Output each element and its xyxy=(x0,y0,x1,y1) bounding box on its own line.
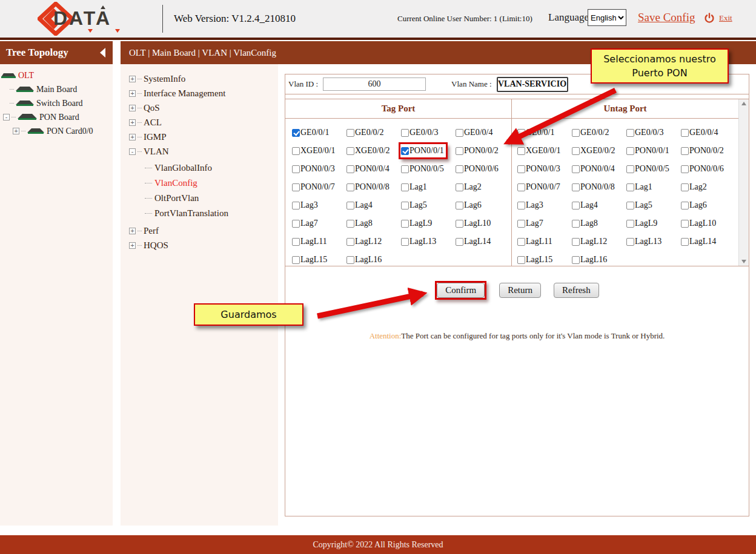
menu-item-qos[interactable]: + QoS xyxy=(121,101,278,115)
tag-port-Lag2[interactable]: Lag2 xyxy=(455,180,483,194)
checkbox[interactable] xyxy=(572,220,580,228)
menu-item-systeminfo[interactable]: + SystemInfo xyxy=(121,71,278,86)
tag-port-LagL16[interactable]: LagL16 xyxy=(346,253,383,266)
menu-item-vlanglobalinfo[interactable]: VlanGlobalInfo xyxy=(121,160,278,176)
tree-item-switch-board[interactable]: Switch Board xyxy=(0,96,113,110)
untag-port-GE0/0/2[interactable]: GE0/0/2 xyxy=(571,126,611,139)
untag-port-XGE0/0/2[interactable]: XGE0/0/2 xyxy=(571,144,617,157)
tag-port-GE0/0/1[interactable]: GE0/0/1 xyxy=(291,126,331,139)
expand-expander-icon[interactable]: + xyxy=(129,90,136,97)
menu-item-acl[interactable]: + ACL xyxy=(121,115,278,130)
checkbox[interactable] xyxy=(456,202,463,209)
collapse-expander-icon[interactable]: - xyxy=(3,114,10,120)
checkbox[interactable] xyxy=(517,183,525,191)
checkbox[interactable] xyxy=(517,147,525,155)
checkbox[interactable] xyxy=(292,183,300,191)
checkbox[interactable] xyxy=(401,238,409,246)
menu-item-vlan[interactable]: - VLAN xyxy=(121,144,278,159)
tree-item-olt[interactable]: OLT xyxy=(0,68,113,82)
checkbox[interactable] xyxy=(346,202,354,209)
collapse-expander-icon[interactable]: - xyxy=(129,148,136,155)
checkbox[interactable] xyxy=(626,165,634,173)
checkbox[interactable] xyxy=(401,202,409,209)
untag-port-PON0/0/7[interactable]: PON0/0/7 xyxy=(517,180,562,194)
menu-item-interface-management[interactable]: + Interface Management xyxy=(121,86,278,101)
checkbox[interactable] xyxy=(346,165,354,173)
expand-expander-icon[interactable]: + xyxy=(129,134,136,140)
menu-item-oltportvlan[interactable]: OltPortVlan xyxy=(121,191,278,206)
untag-port-LagL12[interactable]: LagL12 xyxy=(571,235,609,248)
untag-port-Lag5[interactable]: Lag5 xyxy=(626,199,654,212)
checkbox[interactable] xyxy=(292,202,300,209)
untag-port-LagL14[interactable]: LagL14 xyxy=(680,235,718,248)
checkbox[interactable] xyxy=(681,183,689,191)
checkbox[interactable] xyxy=(517,220,525,228)
checkbox[interactable] xyxy=(681,220,689,228)
untag-port-LagL15[interactable]: LagL15 xyxy=(517,253,554,266)
untag-port-Lag8[interactable]: Lag8 xyxy=(571,217,600,230)
tag-port-GE0/0/4[interactable]: GE0/0/4 xyxy=(455,126,494,139)
checkbox[interactable] xyxy=(517,256,525,264)
checkbox[interactable] xyxy=(292,220,300,228)
checkbox[interactable] xyxy=(626,238,634,246)
checkbox[interactable] xyxy=(517,165,525,173)
untag-port-XGE0/0/1[interactable]: XGE0/0/1 xyxy=(517,144,563,157)
checkbox[interactable] xyxy=(346,256,354,264)
collapse-panel-icon[interactable] xyxy=(100,48,105,58)
checkbox[interactable] xyxy=(456,147,463,155)
tree-item-main-board[interactable]: Main Board xyxy=(0,82,113,96)
untag-port-Lag1[interactable]: Lag1 xyxy=(626,180,654,194)
tag-port-LagL10[interactable]: LagL10 xyxy=(455,217,492,230)
untag-port-PON0/0/2[interactable]: PON0/0/2 xyxy=(680,144,726,157)
checkbox[interactable] xyxy=(292,256,300,264)
tag-port-Lag3[interactable]: Lag3 xyxy=(291,199,320,212)
vlan-id-input[interactable] xyxy=(323,77,426,91)
return-button[interactable]: Return xyxy=(499,283,541,298)
checkbox[interactable] xyxy=(292,238,300,246)
tag-port-GE0/0/3[interactable]: GE0/0/3 xyxy=(400,126,440,139)
menu-item-portvlantranslation[interactable]: PortVlanTranslation xyxy=(121,206,278,221)
tag-port-LagL11[interactable]: LagL11 xyxy=(291,235,329,248)
menu-item-vlanconfig[interactable]: VlanConfig xyxy=(121,176,278,191)
untag-port-GE0/0/1[interactable]: GE0/0/1 xyxy=(517,126,556,139)
tag-port-LagL15[interactable]: LagL15 xyxy=(291,253,329,266)
tag-port-PON0/0/7[interactable]: PON0/0/7 xyxy=(291,180,337,194)
exit-link[interactable]: Exit xyxy=(719,13,732,23)
save-config-link[interactable]: Save Config xyxy=(638,11,695,24)
checkbox[interactable] xyxy=(572,147,580,155)
checkbox[interactable] xyxy=(626,183,634,191)
untag-port-LagL13[interactable]: LagL13 xyxy=(626,235,663,248)
checkbox[interactable] xyxy=(401,183,409,191)
expand-expander-icon[interactable]: + xyxy=(13,128,19,134)
tag-port-XGE0/0/1[interactable]: XGE0/0/1 xyxy=(291,144,337,157)
checkbox[interactable] xyxy=(456,238,463,246)
tag-port-GE0/0/2[interactable]: GE0/0/2 xyxy=(346,126,385,139)
tag-port-LagL12[interactable]: LagL12 xyxy=(346,235,383,248)
checkbox[interactable] xyxy=(681,129,689,137)
tag-port-Lag6[interactable]: Lag6 xyxy=(455,199,483,212)
untag-port-LagL9[interactable]: LagL9 xyxy=(626,217,659,230)
untag-port-GE0/0/4[interactable]: GE0/0/4 xyxy=(680,126,720,139)
checkbox[interactable] xyxy=(572,129,580,137)
refresh-button[interactable]: Refresh xyxy=(554,283,599,298)
checkbox[interactable] xyxy=(346,183,354,191)
checkbox[interactable] xyxy=(346,147,354,155)
untag-port-LagL11[interactable]: LagL11 xyxy=(517,235,554,248)
untag-port-PON0/0/8[interactable]: PON0/0/8 xyxy=(571,180,617,194)
menu-item-igmp[interactable]: + IGMP xyxy=(121,130,278,144)
tag-port-PON0/0/2[interactable]: PON0/0/2 xyxy=(455,144,500,157)
tag-port-XGE0/0/2[interactable]: XGE0/0/2 xyxy=(346,144,392,157)
table-scrollbar[interactable] xyxy=(738,99,749,266)
vlan-name-input[interactable] xyxy=(497,77,568,92)
checkbox[interactable] xyxy=(517,202,525,209)
scroll-down-icon[interactable] xyxy=(741,260,746,263)
power-icon[interactable] xyxy=(704,13,715,24)
expand-expander-icon[interactable]: + xyxy=(129,119,136,126)
tag-port-Lag5[interactable]: Lag5 xyxy=(400,199,429,212)
confirm-button[interactable]: Confirm xyxy=(437,283,485,298)
checkbox[interactable] xyxy=(346,129,354,137)
checkbox[interactable] xyxy=(626,129,634,137)
menu-item-perf[interactable]: + Perf xyxy=(121,223,278,238)
checkbox[interactable] xyxy=(401,129,409,137)
tree-item-pon-card[interactable]: + PON Card0/0 xyxy=(0,124,113,138)
